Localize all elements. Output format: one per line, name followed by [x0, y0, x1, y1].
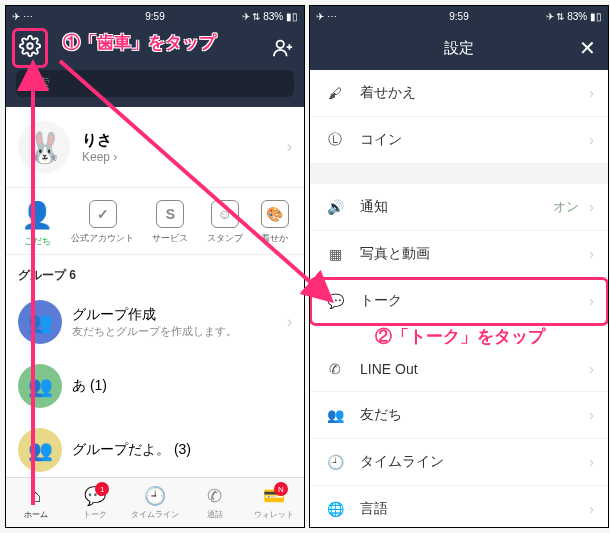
chevron-right-icon: › [589, 361, 594, 377]
talk-icon: 💬 [324, 293, 346, 309]
settings-item-theme[interactable]: 🖌着せかえ› [310, 70, 608, 117]
add-friend-icon[interactable] [272, 37, 294, 59]
settings-item-timeline[interactable]: 🕘タイムライン› [310, 439, 608, 486]
photo-video-icon: ▦ [324, 246, 346, 262]
settings-item-language[interactable]: 🌐言語› [310, 486, 608, 528]
category-tab-4[interactable]: 🎨着せか [261, 200, 289, 248]
tab-ホーム[interactable]: ⌂ホーム [6, 478, 66, 527]
status-bar: ✈ ⋯ 9:59 ✈ ⇅ 83% ▮▯ [310, 6, 608, 26]
chevron-right-icon: › [589, 501, 594, 517]
gear-icon [19, 35, 41, 57]
home-navbar [6, 26, 304, 70]
tab-タイムライン[interactable]: 🕘タイムライン [125, 478, 185, 527]
svg-point-0 [27, 43, 33, 49]
settings-item-photo-video[interactable]: ▦写真と動画› [310, 231, 608, 278]
chevron-right-icon: › [287, 138, 292, 156]
profile-row[interactable]: 🐰 りさ Keep › › [6, 107, 304, 188]
home-screen: ✈ ⋯ 9:59 ✈ ⇅ 83% ▮▯ 🐰 りさ Keep › › 👤こだち✓公… [5, 5, 305, 528]
coin-icon: Ⓛ [324, 131, 346, 149]
group-header[interactable]: グループ 6 [6, 255, 304, 290]
search-bar [6, 70, 304, 107]
svg-point-1 [277, 41, 284, 48]
bottom-tabs: ⌂ホーム💬トーク1🕘タイムライン✆通話💳ウォレットN [6, 477, 304, 527]
chevron-right-icon: › [589, 407, 594, 423]
category-tab-3[interactable]: ☺スタンプ [207, 200, 243, 248]
chevron-right-icon: › [589, 246, 594, 262]
notification-icon: 🔊 [324, 199, 346, 215]
settings-item-notification[interactable]: 🔊通知オン› [310, 184, 608, 231]
close-button[interactable]: ✕ [579, 36, 596, 60]
chevron-right-icon: › [589, 132, 594, 148]
profile-name: りさ [82, 131, 117, 150]
tab-ウォレット[interactable]: 💳ウォレットN [244, 478, 304, 527]
settings-screen: ✈ ⋯ 9:59 ✈ ⇅ 83% ▮▯ 設定 ✕ 🖌着せかえ›Ⓛコイン› 🔊通知… [309, 5, 609, 528]
friends-icon: 👥 [324, 407, 346, 423]
settings-item-talk[interactable]: 💬トーク› [310, 278, 608, 325]
language-icon: 🌐 [324, 501, 346, 517]
category-tab-1[interactable]: ✓公式アカウント [71, 200, 134, 248]
settings-item-coin[interactable]: Ⓛコイン› [310, 117, 608, 164]
settings-title: 設定 [444, 39, 474, 58]
category-tabs: 👤こだち✓公式アカウントSサービス☺スタンプ🎨着せか [6, 188, 304, 255]
section-gap [310, 164, 608, 184]
line-out-icon: ✆ [324, 361, 346, 377]
chevron-right-icon: › [589, 293, 594, 309]
chevron-right-icon: › [589, 199, 594, 215]
settings-navbar: 設定 ✕ [310, 26, 608, 70]
theme-icon: 🖌 [324, 85, 346, 101]
tab-通話[interactable]: ✆通話 [185, 478, 245, 527]
category-tab-0[interactable]: 👤こだち [21, 200, 53, 248]
category-tab-2[interactable]: Sサービス [152, 200, 188, 248]
tab-トーク[interactable]: 💬トーク1 [66, 478, 126, 527]
search-input[interactable] [16, 70, 294, 97]
avatar: 🐰 [18, 121, 70, 173]
chevron-right-icon: › [589, 454, 594, 470]
chevron-right-icon: › [589, 85, 594, 101]
profile-sub: Keep › [82, 150, 117, 164]
status-bar: ✈ ⋯ 9:59 ✈ ⇅ 83% ▮▯ [6, 6, 304, 26]
group-row[interactable]: 👥グループだよ。 (3) [6, 418, 304, 482]
settings-item-line-out[interactable]: ✆LINE Out› [310, 347, 608, 392]
group-row[interactable]: 👥グループ作成友だちとグループを作成します。› [6, 290, 304, 354]
settings-item-friends[interactable]: 👥友だち› [310, 392, 608, 439]
settings-button[interactable] [12, 28, 48, 68]
group-row[interactable]: 👥あ (1) [6, 354, 304, 418]
timeline-icon: 🕘 [324, 454, 346, 470]
